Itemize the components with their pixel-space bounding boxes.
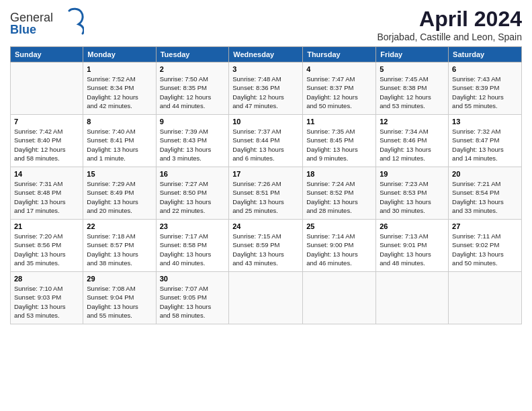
day-info: Sunrise: 7:23 AM Sunset: 8:53 PM Dayligh…	[380, 179, 445, 215]
day-info: Sunrise: 7:37 AM Sunset: 8:44 PM Dayligh…	[232, 127, 299, 163]
col-tuesday: Tuesday	[156, 47, 229, 62]
day-number: 1	[87, 65, 152, 73]
day-info: Sunrise: 7:21 AM Sunset: 8:54 PM Dayligh…	[452, 179, 518, 215]
day-info: Sunrise: 7:50 AM Sunset: 8:35 PM Dayligh…	[160, 75, 226, 110]
day-info: Sunrise: 7:32 AM Sunset: 8:47 PM Dayligh…	[452, 127, 518, 163]
day-number: 8	[87, 118, 152, 126]
day-number: 4	[306, 65, 372, 73]
day-number: 14	[14, 170, 79, 178]
day-info: Sunrise: 7:11 AM Sunset: 9:02 PM Dayligh…	[452, 232, 518, 267]
day-info: Sunrise: 7:52 AM Sunset: 8:34 PM Dayligh…	[87, 75, 152, 110]
table-cell: 16Sunrise: 7:27 AM Sunset: 8:50 PM Dayli…	[156, 167, 229, 220]
logo-svg: General Blue	[10, 7, 84, 37]
day-info: Sunrise: 7:45 AM Sunset: 8:38 PM Dayligh…	[380, 75, 445, 110]
table-cell: 8Sunrise: 7:40 AM Sunset: 8:41 PM Daylig…	[83, 115, 156, 167]
day-info: Sunrise: 7:18 AM Sunset: 8:57 PM Dayligh…	[87, 232, 152, 267]
week-row-4: 21Sunrise: 7:20 AM Sunset: 8:56 PM Dayli…	[11, 220, 522, 272]
day-number: 3	[232, 65, 299, 73]
day-info: Sunrise: 7:35 AM Sunset: 8:45 PM Dayligh…	[306, 127, 372, 163]
table-cell: 29Sunrise: 7:08 AM Sunset: 9:04 PM Dayli…	[83, 272, 156, 324]
day-info: Sunrise: 7:10 AM Sunset: 9:03 PM Dayligh…	[14, 284, 79, 320]
week-row-1: 1Sunrise: 7:52 AM Sunset: 8:34 PM Daylig…	[11, 62, 522, 115]
day-number: 10	[232, 118, 299, 126]
table-cell	[303, 272, 376, 324]
location-subtitle: Borjabad, Castille and Leon, Spain	[377, 32, 522, 42]
day-info: Sunrise: 7:47 AM Sunset: 8:37 PM Dayligh…	[306, 75, 372, 110]
col-thursday: Thursday	[303, 47, 376, 62]
day-number: 7	[14, 118, 79, 126]
table-cell: 14Sunrise: 7:31 AM Sunset: 8:48 PM Dayli…	[11, 167, 83, 220]
day-number: 13	[452, 118, 518, 126]
day-number: 15	[87, 170, 152, 178]
table-cell: 11Sunrise: 7:35 AM Sunset: 8:45 PM Dayli…	[303, 115, 376, 167]
day-info: Sunrise: 7:43 AM Sunset: 8:39 PM Dayligh…	[452, 75, 518, 110]
header: General Blue April 2024 Borjabad, Castil…	[10, 7, 522, 42]
table-cell: 23Sunrise: 7:17 AM Sunset: 8:58 PM Dayli…	[156, 220, 229, 272]
day-number: 2	[160, 65, 226, 73]
calendar-table: Sunday Monday Tuesday Wednesday Thursday…	[10, 46, 522, 324]
title-section: April 2024 Borjabad, Castille and Leon, …	[377, 7, 522, 42]
table-cell	[449, 272, 522, 324]
day-info: Sunrise: 7:17 AM Sunset: 8:58 PM Dayligh…	[160, 232, 226, 267]
table-cell: 22Sunrise: 7:18 AM Sunset: 8:57 PM Dayli…	[83, 220, 156, 272]
table-cell: 13Sunrise: 7:32 AM Sunset: 8:47 PM Dayli…	[449, 115, 522, 167]
day-number: 25	[306, 222, 372, 230]
table-cell: 10Sunrise: 7:37 AM Sunset: 8:44 PM Dayli…	[229, 115, 303, 167]
table-cell: 27Sunrise: 7:11 AM Sunset: 9:02 PM Dayli…	[449, 220, 522, 272]
table-cell: 30Sunrise: 7:07 AM Sunset: 9:05 PM Dayli…	[156, 272, 229, 324]
week-row-3: 14Sunrise: 7:31 AM Sunset: 8:48 PM Dayli…	[11, 167, 522, 220]
table-cell	[229, 272, 303, 324]
day-info: Sunrise: 7:42 AM Sunset: 8:40 PM Dayligh…	[14, 127, 79, 163]
header-row: Sunday Monday Tuesday Wednesday Thursday…	[11, 47, 522, 62]
day-number: 11	[306, 118, 372, 126]
page: General Blue April 2024 Borjabad, Castil…	[0, 0, 532, 331]
col-sunday: Sunday	[11, 47, 83, 62]
table-cell: 4Sunrise: 7:47 AM Sunset: 8:37 PM Daylig…	[303, 62, 376, 115]
day-number: 19	[380, 170, 445, 178]
day-number: 30	[160, 275, 226, 283]
day-number: 5	[380, 65, 445, 73]
day-info: Sunrise: 7:20 AM Sunset: 8:56 PM Dayligh…	[14, 232, 79, 267]
day-number: 22	[87, 222, 152, 230]
day-info: Sunrise: 7:27 AM Sunset: 8:50 PM Dayligh…	[160, 179, 226, 215]
day-info: Sunrise: 7:07 AM Sunset: 9:05 PM Dayligh…	[160, 284, 226, 320]
col-monday: Monday	[83, 47, 156, 62]
table-cell: 24Sunrise: 7:15 AM Sunset: 8:59 PM Dayli…	[229, 220, 303, 272]
day-number: 9	[160, 118, 226, 126]
svg-text:Blue: Blue	[10, 23, 36, 36]
day-info: Sunrise: 7:08 AM Sunset: 9:04 PM Dayligh…	[87, 284, 152, 320]
svg-text:General: General	[10, 11, 53, 24]
table-cell: 21Sunrise: 7:20 AM Sunset: 8:56 PM Dayli…	[11, 220, 83, 272]
day-info: Sunrise: 7:13 AM Sunset: 9:01 PM Dayligh…	[380, 232, 445, 267]
col-friday: Friday	[376, 47, 449, 62]
table-cell	[11, 62, 83, 115]
day-number: 12	[380, 118, 445, 126]
week-row-2: 7Sunrise: 7:42 AM Sunset: 8:40 PM Daylig…	[11, 115, 522, 167]
col-saturday: Saturday	[449, 47, 522, 62]
logo: General Blue	[10, 7, 84, 40]
table-cell: 9Sunrise: 7:39 AM Sunset: 8:43 PM Daylig…	[156, 115, 229, 167]
day-number: 26	[380, 222, 445, 230]
month-title: April 2024	[377, 7, 522, 32]
day-info: Sunrise: 7:31 AM Sunset: 8:48 PM Dayligh…	[14, 179, 79, 215]
day-info: Sunrise: 7:39 AM Sunset: 8:43 PM Dayligh…	[160, 127, 226, 163]
day-info: Sunrise: 7:34 AM Sunset: 8:46 PM Dayligh…	[380, 127, 445, 163]
table-cell: 28Sunrise: 7:10 AM Sunset: 9:03 PM Dayli…	[11, 272, 83, 324]
day-info: Sunrise: 7:15 AM Sunset: 8:59 PM Dayligh…	[232, 232, 299, 267]
day-number: 23	[160, 222, 226, 230]
day-number: 17	[232, 170, 299, 178]
day-info: Sunrise: 7:48 AM Sunset: 8:36 PM Dayligh…	[232, 75, 299, 110]
table-cell: 12Sunrise: 7:34 AM Sunset: 8:46 PM Dayli…	[376, 115, 449, 167]
table-cell: 18Sunrise: 7:24 AM Sunset: 8:52 PM Dayli…	[303, 167, 376, 220]
col-wednesday: Wednesday	[229, 47, 303, 62]
day-info: Sunrise: 7:40 AM Sunset: 8:41 PM Dayligh…	[87, 127, 152, 163]
day-info: Sunrise: 7:24 AM Sunset: 8:52 PM Dayligh…	[306, 179, 372, 215]
table-cell: 20Sunrise: 7:21 AM Sunset: 8:54 PM Dayli…	[449, 167, 522, 220]
day-number: 28	[14, 275, 79, 283]
table-cell: 17Sunrise: 7:26 AM Sunset: 8:51 PM Dayli…	[229, 167, 303, 220]
table-cell: 7Sunrise: 7:42 AM Sunset: 8:40 PM Daylig…	[11, 115, 83, 167]
table-cell: 15Sunrise: 7:29 AM Sunset: 8:49 PM Dayli…	[83, 167, 156, 220]
day-number: 18	[306, 170, 372, 178]
table-cell: 3Sunrise: 7:48 AM Sunset: 8:36 PM Daylig…	[229, 62, 303, 115]
table-cell	[376, 272, 449, 324]
